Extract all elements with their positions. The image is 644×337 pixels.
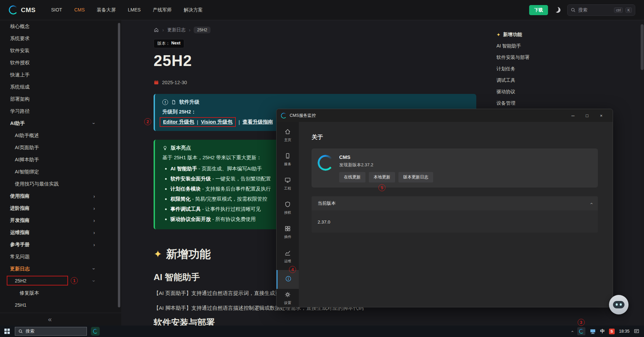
sidebar-item[interactable]: 常见问题 — [0, 250, 121, 263]
sidebar-item[interactable]: 参考手册› — [0, 238, 121, 250]
nav-link-5[interactable]: 解决方案 — [184, 7, 203, 13]
vision-package-link[interactable]: Vision 升级包 — [201, 119, 232, 125]
cms-swirl-icon — [9, 5, 18, 14]
page-scrollbar-thumb[interactable] — [641, 24, 644, 70]
sidebar-item-label: AI助手概述 — [15, 132, 39, 139]
nav-link-1[interactable]: CMS — [74, 7, 85, 13]
highlight-bullet-lead: 驱动协议全面开放 — [170, 216, 211, 222]
sidebar: 核心概念系统要求软件安装软件授权快速上手系统组成部署架构学习路径AI助手›AI助… — [0, 20, 121, 326]
toc-item[interactable]: AI 智能助手 — [496, 40, 644, 52]
sidebar-item[interactable]: AI智能绑定 — [0, 166, 121, 178]
rail-item-monitor[interactable]: 工程 — [277, 172, 299, 196]
sidebar-item[interactable]: 快速上手 — [0, 69, 121, 81]
cms-monitor-window: CMS服务监控 ─ □ × 主页服务工程授权插件运维4设置 关于 CMS 发现新… — [276, 109, 613, 307]
sidebar-item[interactable]: 使用指南› — [0, 190, 121, 202]
dark-mode-moon-icon[interactable] — [554, 6, 561, 13]
shield-icon — [284, 201, 291, 209]
sidebar-item[interactable]: 系统要求 — [0, 32, 121, 44]
sidebar-item[interactable]: 系统组成 — [0, 81, 121, 93]
rail-item-grid[interactable]: 插件 — [277, 220, 299, 244]
link-separator: | — [238, 119, 240, 125]
sidebar-item[interactable]: 软件安装 — [0, 44, 121, 57]
assistant-robot-avatar[interactable] — [609, 295, 629, 314]
rail-item-device[interactable]: 服务 — [277, 147, 299, 172]
nav-link-3[interactable]: LMES — [128, 7, 141, 13]
nav-link-2[interactable]: 装备大屏 — [97, 7, 116, 13]
breadcrumb: › 更新日志 › 25H2 — [154, 26, 476, 34]
download-button[interactable]: 下载 — [529, 5, 548, 15]
tray-cms-monitor-icon[interactable]: 3 — [577, 327, 585, 335]
sidebar-item[interactable]: 进阶指南› — [0, 202, 121, 214]
nav-link-4[interactable]: 产线军师 — [153, 7, 172, 13]
sidebar-item[interactable]: 开发指南› — [0, 214, 121, 226]
sidebar-collapse-button[interactable]: « — [0, 313, 121, 326]
start-button[interactable] — [0, 326, 14, 337]
sidebar-scrollbar[interactable] — [118, 23, 120, 307]
rail-item-label: 主页 — [284, 138, 291, 142]
window-titlebar[interactable]: CMS服务监控 ─ □ × — [277, 109, 613, 122]
tray-chevron-icon[interactable]: › — [570, 331, 575, 332]
site-logo[interactable]: CMS — [9, 5, 36, 14]
tray-hardware-icon[interactable] — [590, 329, 596, 334]
breadcrumb-item[interactable]: 更新日志 — [167, 27, 186, 33]
search-icon — [18, 329, 23, 334]
sidebar-item[interactable]: 核心概念 — [0, 20, 121, 32]
toc-item[interactable]: 软件安装与部署 — [496, 52, 644, 63]
changelog-button[interactable]: 版本更新日志 — [398, 172, 433, 182]
highlight-bullet-lead: 事件调试工具 — [170, 206, 201, 212]
sidebar-item[interactable]: AI助手› — [0, 117, 121, 129]
sparkles-icon: ✦ — [496, 32, 501, 37]
toc-item[interactable]: 设备管理 — [496, 98, 644, 109]
toc-item[interactable]: 驱动协议 — [496, 86, 644, 98]
toc-item[interactable]: 计划任务 — [496, 63, 644, 75]
rail-item-chart[interactable]: 运维 — [277, 244, 299, 269]
sidebar-item-label: 学习路径 — [10, 108, 30, 114]
ime-indicator[interactable]: 中 — [600, 328, 605, 334]
sidebar-item[interactable]: 更新日志› — [0, 263, 121, 275]
chevron-right-icon: › — [93, 242, 95, 247]
maximize-button[interactable]: □ — [580, 109, 594, 122]
current-version-bar[interactable]: 当前版本 › — [312, 196, 598, 210]
sidebar-item[interactable]: 部署架构 — [0, 93, 121, 105]
sogou-input-icon[interactable]: S — [609, 329, 615, 334]
sidebar-item-label: 常见问题 — [10, 254, 30, 260]
toc-item[interactable]: ✦新增功能 — [496, 29, 644, 40]
search-input[interactable]: 搜索 ctrl K — [567, 4, 635, 16]
rail-item-label: 设置 — [284, 301, 291, 305]
sidebar-item[interactable]: AI页面助手 — [0, 141, 121, 154]
rail-item-shield[interactable]: 授权 — [277, 196, 299, 220]
rail-item-home[interactable]: 主页 — [277, 123, 299, 147]
upgrade-guide-link[interactable]: 查看升级指南 — [243, 119, 273, 125]
rail-item-gear[interactable]: 设置 — [277, 289, 299, 308]
toc-item[interactable]: 调试工具 — [496, 75, 644, 86]
clock[interactable]: 18:35 — [619, 329, 630, 334]
chevron-down-icon: › — [92, 123, 97, 124]
rail-item-info[interactable]: 4 — [277, 270, 299, 289]
sidebar-item[interactable]: 运维指南› — [0, 226, 121, 238]
taskbar-search-input[interactable]: 搜索 — [15, 327, 87, 336]
sidebar-item[interactable]: 学习路径 — [0, 105, 121, 117]
release-date: 2025-12-30 — [162, 80, 187, 85]
sidebar-item[interactable]: 使用技巧与最佳实践 — [0, 178, 121, 190]
window-nav-rail: 主页服务工程授权插件运维4设置 — [277, 122, 299, 307]
nav-link-0[interactable]: SIOT — [51, 7, 62, 13]
rail-item-label: 插件 — [284, 235, 291, 239]
close-button[interactable]: × — [594, 109, 608, 122]
sidebar-item[interactable]: 25H2›1 — [0, 275, 121, 287]
toc-item-label: 设备管理 — [496, 100, 515, 106]
sidebar-item[interactable]: 修复版本 — [0, 287, 121, 299]
sidebar-item[interactable]: AI助手概述 — [0, 129, 121, 141]
chevron-right-icon: › — [93, 218, 95, 223]
sidebar-item[interactable]: 25H1 — [0, 299, 121, 311]
local-update-button[interactable]: 本地更新 — [369, 172, 395, 182]
taskbar-app-cms[interactable] — [90, 326, 101, 337]
sidebar-item[interactable]: AI脚本助手 — [0, 154, 121, 166]
home-icon[interactable] — [154, 27, 159, 33]
sidebar-item-label: 系统要求 — [10, 35, 30, 42]
sidebar-item[interactable]: 软件授权 — [0, 57, 121, 69]
editor-package-link[interactable]: Editor 升级包 — [163, 119, 194, 125]
notification-icon[interactable] — [634, 329, 639, 334]
breadcrumb-current[interactable]: 25H2 — [194, 27, 211, 33]
minimize-button[interactable]: ─ — [566, 109, 580, 122]
online-update-button[interactable]: 在线更新 — [339, 172, 365, 182]
